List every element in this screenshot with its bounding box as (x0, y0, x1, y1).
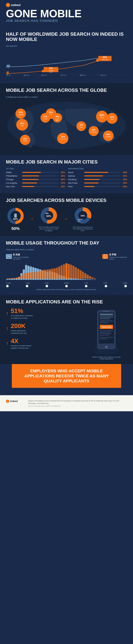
city-bar-container (84, 182, 120, 184)
svg-rect-112 (79, 279, 82, 280)
half-mobile-stat: 50% 50% (6, 206, 25, 231)
svg-text:70%: 70% (61, 136, 65, 138)
svg-text:46%: 46% (78, 220, 81, 222)
svg-rect-140 (56, 268, 58, 279)
city-bar (22, 176, 39, 176)
svg-rect-143 (63, 264, 65, 279)
x-label-4pm: 4 PM (84, 282, 88, 284)
x-label-12am: 12 AM (6, 282, 11, 284)
svg-text:40%: 40% (19, 111, 23, 114)
city-seoul: Seoul 66% (68, 171, 127, 174)
svg-text:36%: 36% (79, 124, 83, 126)
svg-text:January: January (49, 70, 54, 72)
svg-text:DEC '12: DEC '12 (24, 74, 29, 76)
svg-rect-76 (7, 255, 11, 257)
svg-text:Ireland: Ireland (43, 118, 47, 120)
svg-rect-132 (37, 272, 39, 279)
section-devices: JOB SEARCHES ACROSS MOBILE DEVICES 50% 5… (0, 193, 133, 236)
city-bar (84, 176, 103, 176)
svg-text:50%: 50% (103, 56, 107, 58)
svg-rect-130 (32, 272, 34, 279)
phone-tablet-pie: 18% 82% 82% of mobile searches are done … (38, 206, 59, 232)
city-pct: 33% (60, 185, 65, 188)
city-bar (22, 179, 38, 180)
us-cities-col: US Cities Dallas 52% Philadelphia 46% Ch… (6, 168, 65, 189)
svg-rect-123 (16, 278, 18, 279)
section4-title: JOB SEARCHES ACROSS MOBILE DEVICES (6, 198, 127, 203)
svg-rect-12 (7, 72, 9, 74)
pie1-label: 82% of mobile searches are done on a pho… (38, 226, 59, 232)
section5-title: MOBILE USAGE THROUGHOUT THE DAY (6, 240, 127, 246)
svg-text:51%: 51% (43, 116, 47, 118)
city-name: Hamburg (68, 178, 83, 181)
section-cities: MOBILE JOB SEARCH IN MAJOR CITIES US Cit… (0, 155, 133, 193)
section-half-mobile: HALF OF WORLDWIDE JOB SEARCH ON INDEED I… (0, 27, 133, 83)
svg-rect-122 (13, 278, 15, 279)
svg-rect-118 (94, 280, 96, 280)
section-apps: MOBILE APPLICATIONS ARE ON THE RISE ↑ 51… (0, 295, 133, 364)
apps-content: ↑ 51% of all applications submitted on I… (6, 308, 127, 360)
city-newyork: New York 33% (6, 185, 65, 188)
x-label-8am: 8 AM (45, 282, 49, 284)
phone-mockup: Apply Now Indeed enables any employer to… (86, 308, 127, 360)
svg-rect-129 (30, 272, 32, 279)
section-globe: MOBILE JOB SEARCH ACROSS THE GLOBE % Mob… (0, 83, 133, 155)
svg-rect-116 (89, 279, 91, 280)
svg-rect-176 (100, 338, 107, 339)
footer-text: Indeed is the leading source of external… (28, 400, 127, 404)
svg-text:42%: 42% (23, 138, 27, 140)
svg-text:MAR '14: MAR '14 (80, 74, 85, 76)
svg-rect-135 (44, 270, 46, 279)
section2-title: MOBILE JOB SEARCH ACROSS THE GLOBE (6, 88, 127, 93)
arrow-icon: → (30, 216, 34, 221)
x-label-12am-end: 12 AM (122, 282, 127, 284)
svg-rect-152 (84, 273, 86, 279)
svg-point-41 (53, 113, 62, 122)
line-chart: 33% January 2013 50% June 2014 JUL '12 D… (6, 49, 127, 76)
svg-text:48%: 48% (20, 122, 24, 124)
city-pct: 46% (60, 175, 65, 177)
svg-rect-137 (49, 269, 51, 279)
footer: i indeed Indeed is the leading source of… (0, 395, 133, 411)
section-usage: MOBILE USAGE THROUGHOUT THE DAY Peak job… (0, 236, 133, 295)
desktop-time: 9 AM (13, 253, 31, 256)
footer-source: Source: Indeed job search traffic for sm… (28, 405, 127, 407)
city-name: Los Angeles (6, 182, 21, 184)
usage-chart (6, 262, 127, 281)
mobile-time-text: 8 PM Peak time for mobile job search (109, 253, 127, 260)
svg-text:74%: 74% (110, 116, 114, 118)
ios-android-pie: 54% Android 46% 54% of phone searches us… (72, 206, 93, 232)
city-sydney: Sydney 52% (68, 175, 127, 177)
city-pct: 28% (122, 185, 127, 188)
footer-logo-icon: i (6, 400, 9, 403)
svg-rect-125 (20, 275, 23, 279)
svg-text:Chile: Chile (24, 140, 27, 142)
cta-wrapper: EMPLOYERS WHO ACCEPT MOBILE APPLICATIONS… (0, 364, 133, 392)
svg-rect-166 (100, 318, 110, 319)
svg-text:OCT '13: OCT '13 (61, 74, 66, 76)
svg-text:Japan: Japan (110, 118, 114, 120)
city-name: Philadelphia (6, 175, 21, 177)
svg-point-60 (103, 130, 114, 141)
mobile-time-badge: 8 PM Peak time for mobile job search (102, 253, 127, 260)
svg-rect-150 (79, 270, 82, 279)
cta-text: EMPLOYERS WHO ACCEPT MOBILE APPLICATIONS… (19, 368, 114, 384)
svg-rect-117 (91, 280, 93, 280)
svg-rect-172 (100, 332, 111, 333)
svg-text:Apply Now: Apply Now (101, 326, 111, 328)
svg-point-163 (105, 346, 108, 348)
city-bar-container (22, 176, 58, 176)
city-pct: 45% (60, 178, 65, 181)
mobile-icon (102, 254, 108, 259)
svg-rect-173 (100, 333, 111, 334)
svg-rect-162 (103, 311, 110, 312)
us-col-title: US Cities (6, 168, 65, 170)
section1-chart-label: Job searches (6, 45, 127, 47)
svg-rect-119 (6, 278, 8, 279)
city-bar-container (84, 176, 120, 176)
svg-text:MAY '13: MAY '13 (41, 74, 47, 76)
city-pct: 39% (122, 182, 127, 184)
bar-chart-container: 12 AM 4 AM 8 AM NOON 4 PM 8 PM 12 AM 🕛 🕓… (6, 262, 127, 288)
stat-200k-content: 200K mobile applications completed each … (11, 322, 34, 334)
clock-icon-7: 🕛 (124, 285, 127, 288)
